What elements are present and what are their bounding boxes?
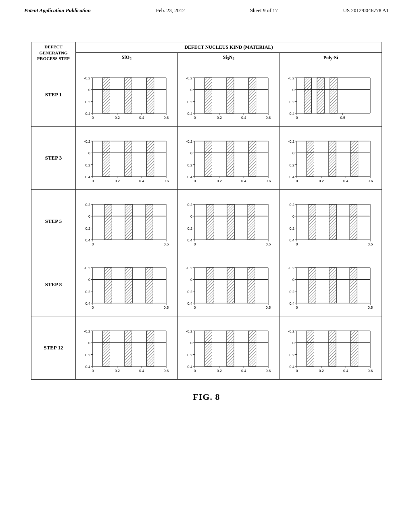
svg-text:0: 0 xyxy=(194,116,196,120)
svg-text:0.4: 0.4 xyxy=(241,369,246,373)
svg-text:-0.2: -0.2 xyxy=(186,76,192,80)
svg-rect-53 xyxy=(248,90,256,114)
svg-text:0: 0 xyxy=(88,278,90,282)
svg-rect-276 xyxy=(206,268,214,279)
svg-text:0: 0 xyxy=(88,88,90,92)
svg-text:-0.2: -0.2 xyxy=(186,203,192,207)
svg-rect-104 xyxy=(146,141,154,153)
svg-rect-253 xyxy=(104,280,112,303)
svg-text:0.4: 0.4 xyxy=(85,301,90,305)
chart-cell-r4-c0: -0.200.20.400.20.40.6 xyxy=(76,316,178,380)
svg-rect-252 xyxy=(104,268,112,279)
svg-text:0.5: 0.5 xyxy=(164,242,169,246)
svg-rect-105 xyxy=(146,153,154,177)
svg-rect-278 xyxy=(227,268,234,279)
step-label-3: STEP 8 xyxy=(31,253,76,316)
svg-text:0.2: 0.2 xyxy=(115,116,120,120)
svg-rect-232 xyxy=(350,204,357,216)
svg-rect-129 xyxy=(204,153,212,177)
chart-cell-r1-c1: -0.200.20.400.20.40.6 xyxy=(178,127,280,190)
svg-text:0: 0 xyxy=(194,305,196,310)
svg-rect-254 xyxy=(125,268,132,279)
chart-cell-r4-c2: -0.200.20.400.20.40.6 xyxy=(280,316,382,380)
svg-text:0.4: 0.4 xyxy=(187,365,192,369)
svg-text:0: 0 xyxy=(292,278,294,282)
svg-rect-156 xyxy=(307,141,314,153)
svg-text:0: 0 xyxy=(292,88,294,92)
svg-rect-384 xyxy=(307,331,314,343)
svg-rect-49 xyxy=(204,90,212,114)
svg-rect-205 xyxy=(206,216,214,240)
svg-text:0.4: 0.4 xyxy=(289,301,294,305)
svg-rect-281 xyxy=(248,280,255,303)
svg-text:-0.2: -0.2 xyxy=(288,203,294,207)
svg-rect-300 xyxy=(309,268,316,279)
svg-rect-328 xyxy=(102,331,110,343)
svg-text:0: 0 xyxy=(190,278,192,282)
svg-text:0: 0 xyxy=(194,369,196,373)
svg-text:0: 0 xyxy=(88,215,90,219)
col-si3n4: Si3N4 xyxy=(178,53,280,63)
svg-text:0.2: 0.2 xyxy=(289,353,294,357)
svg-text:0.4: 0.4 xyxy=(241,179,246,183)
svg-rect-277 xyxy=(206,280,214,303)
svg-rect-209 xyxy=(248,216,255,240)
svg-text:0.6: 0.6 xyxy=(266,369,271,373)
svg-text:0.2: 0.2 xyxy=(289,227,294,231)
svg-text:0.2: 0.2 xyxy=(319,179,324,183)
svg-rect-231 xyxy=(329,216,336,240)
left-col-header: DEFECTGENERATNGPROCESS STEP xyxy=(31,42,76,63)
svg-text:0.4: 0.4 xyxy=(85,175,90,179)
col-sio2: SiO2 xyxy=(76,53,178,63)
svg-rect-331 xyxy=(125,343,132,367)
svg-rect-280 xyxy=(248,268,255,279)
svg-rect-184 xyxy=(146,204,153,216)
svg-rect-102 xyxy=(125,141,132,153)
svg-rect-358 xyxy=(227,331,234,343)
svg-rect-22 xyxy=(125,78,132,89)
svg-rect-206 xyxy=(227,204,234,216)
chart-svg-r0-c1: -0.200.20.400.20.40.6 xyxy=(179,66,272,122)
svg-rect-357 xyxy=(204,343,212,367)
svg-text:-0.2: -0.2 xyxy=(84,139,90,143)
svg-rect-75 xyxy=(317,90,324,114)
svg-rect-76 xyxy=(330,78,337,89)
svg-rect-131 xyxy=(227,153,234,177)
svg-text:0: 0 xyxy=(190,88,192,92)
sheet-label: Sheet 9 of 17 xyxy=(250,7,278,14)
svg-text:-0.2: -0.2 xyxy=(288,329,294,333)
chart-cell-r0-c1: -0.200.20.400.20.40.6 xyxy=(178,63,280,127)
svg-text:0.2: 0.2 xyxy=(85,163,90,167)
svg-text:0.2: 0.2 xyxy=(319,369,324,373)
svg-text:0: 0 xyxy=(194,242,196,246)
svg-text:0.4: 0.4 xyxy=(139,179,144,183)
svg-text:0.2: 0.2 xyxy=(217,116,222,120)
main-table: DEFECTGENERATNGPROCESS STEP DEFECT NUCLE… xyxy=(31,42,382,380)
svg-rect-359 xyxy=(227,343,234,367)
svg-rect-329 xyxy=(102,343,110,367)
chart-cell-r3-c0: -0.200.20.400.5 xyxy=(76,253,178,316)
svg-rect-233 xyxy=(350,216,357,240)
svg-text:0.2: 0.2 xyxy=(187,290,192,294)
svg-rect-361 xyxy=(248,343,256,367)
svg-rect-20 xyxy=(102,78,110,89)
svg-text:0: 0 xyxy=(92,369,94,373)
svg-rect-386 xyxy=(329,331,336,343)
svg-text:0.6: 0.6 xyxy=(368,179,373,183)
svg-text:0.4: 0.4 xyxy=(85,365,90,369)
svg-rect-21 xyxy=(102,90,110,114)
chart-cell-r2-c0: -0.200.20.400.5 xyxy=(76,190,178,253)
svg-rect-207 xyxy=(227,216,234,240)
svg-rect-385 xyxy=(307,343,314,367)
step-label-4: STEP 12 xyxy=(31,316,76,380)
svg-text:0.5: 0.5 xyxy=(164,305,169,310)
chart-svg-r2-c0: -0.200.20.400.5 xyxy=(77,192,170,249)
svg-rect-133 xyxy=(248,153,256,177)
chart-svg-r3-c2: -0.200.20.400.5 xyxy=(282,256,374,312)
chart-cell-r0-c0: -0.200.20.400.20.40.6 xyxy=(76,63,178,127)
svg-text:0.6: 0.6 xyxy=(266,116,271,120)
svg-rect-132 xyxy=(248,141,256,153)
svg-rect-24 xyxy=(146,78,154,89)
chart-svg-r2-c1: -0.200.20.400.5 xyxy=(179,192,272,249)
svg-rect-51 xyxy=(227,90,234,114)
